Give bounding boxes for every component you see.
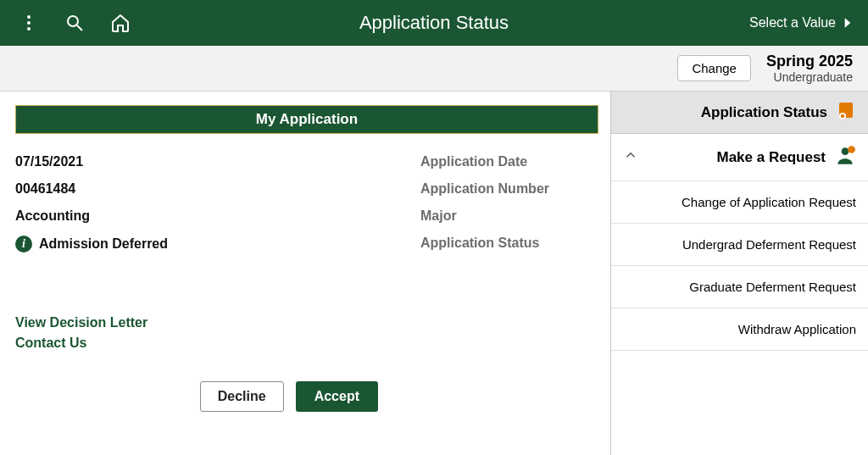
value-application-number: 00461484 [15, 181, 420, 197]
main-panel: My Application Application Date 07/15/20… [0, 92, 610, 455]
application-status-icon [836, 100, 856, 125]
link-stack: View Decision Letter Contact Us [15, 315, 598, 351]
select-value-text: Select a Value [749, 15, 836, 31]
term-block: 2025 Spring Undergraduate [766, 53, 853, 84]
panel-title: My Application [15, 105, 598, 134]
select-value-link[interactable]: Select a Value [749, 14, 856, 31]
action-row: Accept Decline [15, 381, 598, 412]
value-application-date: 07/15/2021 [15, 154, 420, 169]
label-application-date: Application Date [420, 154, 598, 169]
svg-point-2 [27, 15, 31, 19]
make-request-icon [834, 144, 856, 170]
header-breadcrumb[interactable]: Select a Value [749, 14, 856, 31]
label-application-status: Application Status [420, 236, 598, 252]
row-major: Major Accounting [15, 208, 598, 224]
header-actions [17, 11, 132, 35]
term-level: Undergraduate [766, 70, 853, 84]
contact-us-link[interactable]: Contact Us [15, 336, 598, 351]
sidebar-item-change-application[interactable]: Change of Application Request [611, 181, 868, 224]
sidebar-item-application-status[interactable]: Application Status [611, 92, 868, 134]
sidebar-item-label: Make a Request [638, 149, 826, 166]
svg-point-4 [27, 27, 31, 31]
svg-point-3 [27, 21, 31, 25]
home-button[interactable] [108, 11, 132, 35]
dots-vertical-icon [19, 13, 39, 33]
accept-button[interactable]: Accept [296, 381, 378, 412]
side-nav: Application Status Make a Request Change… [610, 92, 868, 455]
term-title: 2025 Spring [766, 53, 853, 70]
chevron-up-icon [623, 147, 638, 167]
body: Application Status Make a Request Change… [0, 92, 868, 455]
search-button[interactable] [63, 11, 86, 35]
svg-point-0 [68, 16, 78, 26]
change-term-button[interactable]: Change [677, 55, 751, 81]
row-application-date: Application Date 07/15/2021 [15, 154, 598, 169]
value-application-status: Admission Deferred i [15, 236, 420, 252]
sidebar-item-graduate-deferment[interactable]: Graduate Deferment Request [611, 266, 868, 308]
term-strip: 2025 Spring Undergraduate Change [0, 46, 868, 92]
sidebar-item-label: Application Status [701, 104, 827, 121]
search-icon [64, 13, 85, 33]
home-icon [110, 13, 131, 33]
svg-point-9 [848, 146, 855, 153]
row-application-status: Application Status Admission Deferred i [15, 236, 598, 252]
label-major: Major [420, 208, 598, 224]
label-application-number: Application Number [420, 181, 598, 197]
status-text: Admission Deferred [39, 236, 168, 252]
sidebar-item-make-request[interactable]: Make a Request [611, 134, 868, 181]
app-header: Select a Value Application Status [0, 0, 868, 46]
svg-point-7 [841, 114, 844, 118]
svg-point-8 [842, 147, 849, 155]
sidebar-item-withdraw[interactable]: Withdraw Application [611, 308, 868, 351]
info-icon[interactable]: i [15, 236, 32, 252]
view-decision-letter-link[interactable]: View Decision Letter [15, 315, 598, 330]
row-application-number: Application Number 00461484 [15, 181, 598, 197]
chevron-right-icon [839, 14, 856, 31]
value-major: Accounting [15, 208, 420, 224]
decline-button[interactable]: Decline [200, 381, 284, 412]
svg-line-1 [77, 25, 82, 31]
sidebar-item-undergrad-deferment[interactable]: Undergrad Deferment Request [611, 224, 868, 266]
more-button[interactable] [17, 11, 41, 35]
